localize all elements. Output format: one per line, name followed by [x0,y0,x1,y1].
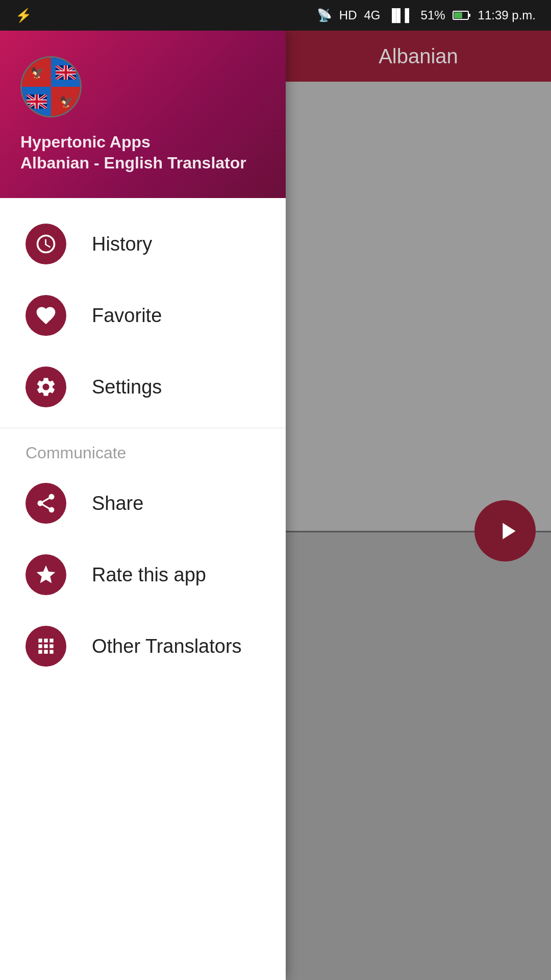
menu-item-share[interactable]: Share [0,468,286,539]
menu-item-favorite[interactable]: Favorite [0,280,286,351]
share-label: Share [92,493,143,514]
clock-icon [26,224,66,264]
play-button[interactable] [474,500,536,561]
status-bar: ⚡ 📡 HD 4G ▐▌▌ 51% 11:39 p.m. [0,0,551,31]
logo-quadrant-br: 🦅 [51,87,80,116]
language-title: Albanian [379,45,458,68]
battery-icon [453,10,471,20]
history-label: History [92,233,152,255]
svg-rect-1 [454,12,462,18]
menu-item-settings[interactable]: Settings [0,351,286,423]
settings-label: Settings [92,376,162,398]
time: 11:39 p.m. [478,8,536,22]
translate-area-top [286,82,551,531]
star-icon [26,554,66,595]
battery-percent: 51% [421,8,445,22]
app-logo: 🦅 [20,56,82,117]
network-4g: 4G [364,8,381,22]
settings-icon [26,366,66,407]
svg-text:🦅: 🦅 [60,95,74,109]
hd-badge: HD [339,8,357,22]
menu-item-other-translators[interactable]: Other Translators [0,610,286,682]
main-panel: Albanian [286,31,551,980]
grid-icon [26,626,66,667]
menu-item-history[interactable]: History [0,208,286,280]
app-title-block: Hypertonic Apps Albanian - English Trans… [20,133,265,173]
app-company-name: Hypertonic Apps [20,133,265,152]
menu-item-rate[interactable]: Rate this app [0,539,286,610]
status-left: ⚡ [15,8,32,23]
communicate-heading: Communicate [0,433,286,468]
share-icon [26,483,66,524]
app-container: 🦅 [0,31,551,980]
heart-icon [26,295,66,336]
usb-icon: ⚡ [15,8,32,23]
drawer-header: 🦅 [0,31,286,198]
drawer-menu: History Favorite Settings Communicate [0,198,286,980]
translate-area-bottom [286,531,551,980]
app-subtitle: Albanian - English Translator [20,154,265,173]
svg-rect-2 [469,14,470,17]
other-translators-label: Other Translators [92,635,242,657]
logo-quadrant-bl [22,87,51,116]
status-right: 📡 HD 4G ▐▌▌ 51% 11:39 p.m. [317,8,536,22]
logo-quadrant-tl: 🦅 [22,58,51,87]
navigation-drawer: 🦅 [0,31,286,980]
main-content [286,82,551,980]
signal-bars: ▐▌▌ [388,8,414,22]
rate-label: Rate this app [92,564,206,586]
main-header: Albanian [286,31,551,82]
favorite-label: Favorite [92,305,162,327]
cast-icon: 📡 [317,8,332,22]
section-divider [0,428,286,428]
svg-text:🦅: 🦅 [31,66,45,80]
logo-quadrant-tr [51,58,80,87]
